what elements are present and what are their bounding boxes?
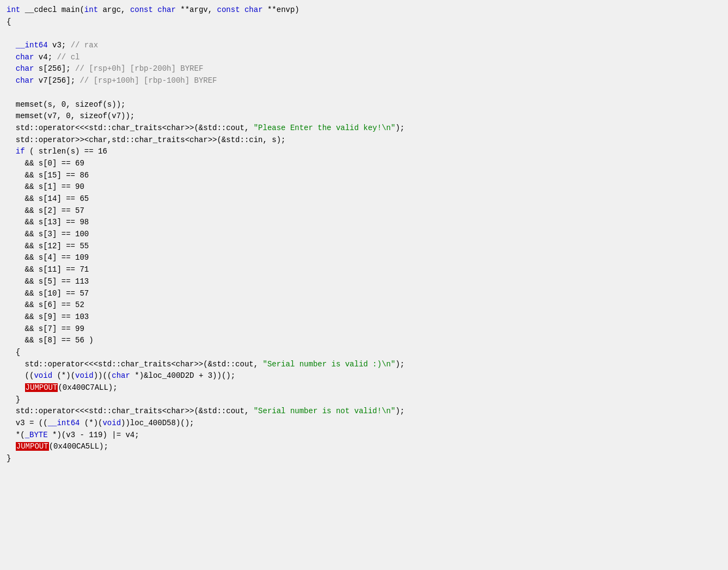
line-memset-v7: memset(v7, 0, sizeof(v7)); xyxy=(7,111,721,122)
line-byte-assign: *(_BYTE *)(v3 - 119) |= v4; xyxy=(7,430,721,442)
line-void-call: ((void (*)(void))((char *)&loc_400D2D + … xyxy=(7,370,721,382)
line-if: if ( strlen(s) == 16 xyxy=(7,146,721,158)
line-open-brace-if: { xyxy=(7,347,721,359)
line-cond-s5: && s[5] == 113 xyxy=(7,276,721,288)
line-cond-s15: && s[15] == 86 xyxy=(7,170,721,182)
line-cond-s8: && s[8] == 56 ) xyxy=(7,335,721,347)
line-cond-s9: && s[9] == 103 xyxy=(7,311,721,323)
line-cond-s0: && s[0] == 69 xyxy=(7,158,721,170)
line-v4-decl: char v4; // cl xyxy=(7,52,721,64)
line-blank2 xyxy=(7,87,721,99)
line-cond-s6: && s[6] == 52 xyxy=(7,299,721,311)
line-cond-s4: && s[4] == 109 xyxy=(7,252,721,264)
line-cout1: std::operator<<<std::char_traits<char>>(… xyxy=(7,122,721,134)
line-jumpout1: JUMPOUT(0x400C7ALL); xyxy=(7,382,721,394)
line-jumpout2: JUMPOUT(0x400CA5LL); xyxy=(7,441,721,453)
line-memset-s: memset(s, 0, sizeof(s)); xyxy=(7,99,721,111)
line-cin1: std::operator>><char,std::char_traits<ch… xyxy=(7,134,721,146)
line-v3-decl: __int64 v3; // rax xyxy=(7,40,721,52)
line-cond-s2: && s[2] == 57 xyxy=(7,205,721,217)
line-cond-s11: && s[11] == 71 xyxy=(7,264,721,276)
line-cond-s12: && s[12] == 55 xyxy=(7,241,721,253)
line-cond-s10: && s[10] == 57 xyxy=(7,288,721,300)
line-cond-s7: && s[7] == 99 xyxy=(7,323,721,335)
jumpout2-label: JUMPOUT xyxy=(16,442,49,451)
line-close-brace-if: } xyxy=(7,394,721,406)
line-v7-decl: char v7[256]; // [rsp+100h] [rbp-100h] B… xyxy=(7,75,721,87)
line-cout-invalid: std::operator<<<std::char_traits<char>>(… xyxy=(7,406,721,418)
line-cond-s3: && s[3] == 100 xyxy=(7,229,721,241)
line-cond-s13: && s[13] == 98 xyxy=(7,217,721,229)
line-cond-s14: && s[14] == 65 xyxy=(7,193,721,205)
line-signature: int __cdecl main(int argc, const char **… xyxy=(7,4,721,16)
code-container: int __cdecl main(int argc, const char **… xyxy=(0,0,728,570)
line-blank xyxy=(7,28,721,40)
line-s-decl: char s[256]; // [rsp+0h] [rbp-200h] BYRE… xyxy=(7,63,721,75)
jumpout1-label: JUMPOUT xyxy=(25,383,58,392)
line-cond-s1: && s[1] == 90 xyxy=(7,181,721,193)
line-open-brace: { xyxy=(7,16,721,28)
line-close-brace-outer: } xyxy=(7,453,721,465)
line-v3-assign: v3 = ((__int64 (*)(void))loc_400D58)(); xyxy=(7,418,721,430)
line-cout-valid: std::operator<<<std::char_traits<char>>(… xyxy=(7,359,721,371)
